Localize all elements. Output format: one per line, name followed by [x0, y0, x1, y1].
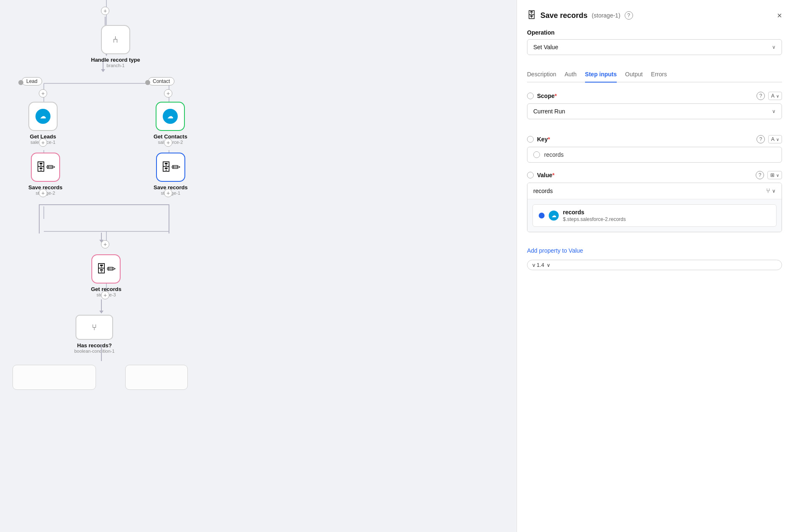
sf-icon: ☁	[35, 109, 50, 124]
tab-errors[interactable]: Errors	[651, 71, 667, 83]
tabs-bar: Description Auth Step inputs Output Erro…	[527, 71, 782, 83]
value-item: ☁ records $.steps.salesforce-2.records	[532, 204, 777, 227]
plus-center[interactable]: +	[101, 240, 109, 248]
branch-icon: ⑃	[113, 34, 118, 45]
scope-value: Current Run	[533, 108, 565, 115]
key-badge-chevron: ∨	[776, 137, 779, 142]
panel-close-button[interactable]: ×	[777, 11, 782, 20]
value-inner: ☁ records $.steps.salesforce-2.records	[527, 199, 782, 232]
key-type-a: A	[771, 136, 774, 142]
value-type-badge[interactable]: ⊞ ∨	[767, 171, 782, 179]
key-help-icon[interactable]: ?	[757, 135, 765, 143]
key-radio[interactable]	[527, 136, 534, 143]
plus-after-save1[interactable]: +	[164, 189, 172, 197]
workflow-canvas: + ⑃ Handle record type branch-1 Lead Con…	[0, 0, 517, 532]
plus-lead[interactable]: +	[39, 89, 47, 98]
storage-icon: 🗄✏	[161, 162, 181, 173]
value-help-icon[interactable]: ?	[756, 171, 764, 179]
key-type-badge[interactable]: A ∨	[768, 135, 782, 143]
value-header-label: records	[533, 188, 553, 194]
get-contacts-node[interactable]: ☁ Get Contacts salesforce-2	[154, 102, 187, 145]
canvas-connections	[0, 0, 517, 532]
key-label: Key*	[537, 136, 550, 143]
panel-header: 🗄 Save records (storage-1) ? ×	[527, 10, 782, 21]
key-input-radio[interactable]	[533, 151, 540, 158]
value-dot	[539, 213, 545, 218]
save-records-1-node[interactable]: 🗄✏ Save records storage-1	[154, 153, 188, 196]
storage-icon: 🗄✏	[35, 162, 55, 173]
plus-after-contacts[interactable]: +	[164, 138, 172, 147]
tab-auth[interactable]: Auth	[565, 71, 577, 83]
right-panel: 🗄 Save records (storage-1) ? × Operation…	[517, 0, 792, 532]
value-branch-button[interactable]: ⑂ ∨	[766, 187, 776, 195]
value-sf-icon: ☁	[549, 211, 559, 221]
fork-icon: ⑂	[92, 323, 97, 332]
value-item-content: records $.steps.salesforce-2.records	[563, 209, 770, 222]
scope-select[interactable]: Current Run ∨	[527, 103, 782, 119]
lead-tag: Lead	[22, 77, 42, 85]
value-header: records ⑂ ∨	[527, 183, 782, 199]
has-records-node[interactable]: ⑂ Has records? boolean-condition-1	[74, 315, 115, 354]
scope-type-badge[interactable]: A ∨	[768, 92, 782, 100]
node-sublabel: boolean-condition-1	[74, 349, 115, 354]
key-field: Key* ? A ∨ records	[527, 135, 782, 163]
operation-label: Operation	[527, 29, 782, 36]
value-item-title: records	[563, 209, 770, 216]
value-radio[interactable]	[527, 172, 534, 178]
storage-icon: 🗄✏	[96, 263, 116, 274]
scope-field: Scope* ? A ∨ Current Run ∨	[527, 92, 782, 127]
storage-panel-icon: 🗄	[527, 10, 536, 21]
key-input-value: records	[544, 151, 564, 158]
save-records-2-node[interactable]: 🗄✏ Save records storage-2	[28, 153, 63, 196]
operation-value: Set Value	[533, 44, 558, 50]
branch-icon: ⑂	[766, 187, 770, 195]
value-required: *	[552, 172, 555, 178]
panel-help-button[interactable]: ?	[625, 11, 633, 20]
badge-chevron: ∨	[776, 94, 779, 98]
value-badge-chevron: ∨	[776, 173, 779, 178]
scope-radio[interactable]	[527, 93, 534, 99]
version-badge[interactable]: v 1.4 ∨	[527, 260, 782, 270]
tab-description[interactable]: Description	[527, 71, 556, 83]
value-label: Value*	[537, 172, 555, 178]
panel-title: Save records	[540, 11, 588, 20]
scope-label-text: Scope	[537, 93, 555, 99]
value-icon-chevron: ∨	[772, 188, 776, 194]
contact-tag: Contact	[148, 77, 174, 85]
value-label-text: Value	[537, 172, 552, 178]
value-container: records ⑂ ∨ ☁ records $.steps.salesforce…	[527, 183, 782, 232]
handle-record-node[interactable]: ⑃ Handle record type branch-1	[91, 25, 140, 68]
node-sublabel: branch-1	[106, 63, 124, 68]
scope-chevron: ∨	[772, 108, 776, 114]
plus-after-save2[interactable]: +	[39, 189, 47, 197]
version-chevron: ∨	[547, 262, 550, 268]
value-grid-icon: ⊞	[770, 172, 774, 178]
value-item-subtitle: $.steps.salesforce-2.records	[563, 216, 770, 222]
type-a-icon: A	[771, 93, 774, 99]
operation-section: Operation Set Value ∨	[527, 29, 782, 63]
key-label-text: Key	[537, 136, 548, 143]
key-input-wrapper: records	[527, 147, 782, 163]
value-field: Value* ? ⊞ ∨ records ⑂ ∨	[527, 171, 782, 232]
panel-node-id: (storage-1)	[592, 12, 620, 19]
plus-after-get-records[interactable]: +	[101, 291, 109, 299]
tab-step-inputs[interactable]: Step inputs	[585, 71, 617, 83]
version-text: v 1.4	[532, 262, 544, 268]
operation-select[interactable]: Set Value ∨	[527, 39, 782, 55]
scope-help-icon[interactable]: ?	[757, 92, 765, 100]
node-label: Handle record type	[91, 57, 140, 63]
scope-required: *	[555, 93, 557, 99]
add-property-link[interactable]: Add property to Value	[527, 247, 782, 254]
top-plus-button[interactable]: +	[101, 7, 109, 15]
sf-icon: ☁	[163, 109, 178, 124]
scope-label: Scope*	[537, 93, 557, 99]
node-label: Has records?	[77, 342, 112, 349]
key-required: *	[548, 136, 550, 143]
operation-chevron: ∨	[772, 44, 776, 50]
plus-after-leads[interactable]: +	[39, 138, 47, 147]
tab-output[interactable]: Output	[625, 71, 643, 83]
plus-contact[interactable]: +	[164, 89, 172, 98]
